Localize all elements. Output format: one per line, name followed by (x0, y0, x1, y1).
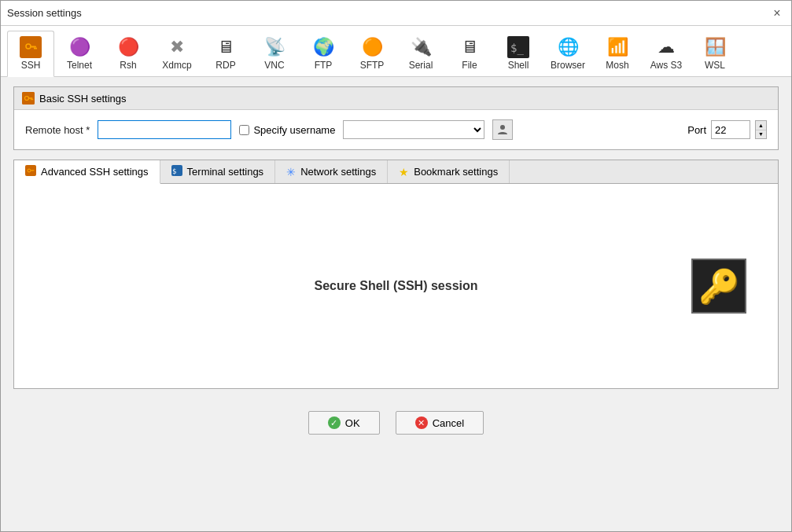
rdp-tab-label: RDP (215, 60, 235, 71)
browser-tab-icon: 🌐 (555, 35, 580, 60)
dialog-title: Session settings (7, 7, 82, 19)
ssh-tab-icon (18, 35, 43, 60)
cancel-label: Cancel (433, 417, 464, 429)
serial-tab-icon: 🔌 (408, 35, 433, 60)
sub-tab-terminal[interactable]: $ Terminal settings (160, 160, 276, 183)
svg-rect-3 (34, 48, 35, 50)
sub-tab-network[interactable]: ✳ Network settings (275, 160, 388, 183)
port-spinners: ▲ ▼ (755, 120, 767, 139)
sub-tab-bookmark[interactable]: ★ Bookmark settings (388, 160, 510, 183)
xdmcp-tab-label: Xdmcp (162, 60, 191, 71)
sub-tabs-section: Advanced SSH settings $ Terminal setting… (13, 160, 779, 389)
sftp-tab-icon: 🟠 (359, 35, 385, 60)
remote-host-input[interactable] (98, 120, 231, 139)
tab-awss3[interactable]: ☁ Aws S3 (643, 31, 690, 76)
tab-file[interactable]: 🖥 File (446, 31, 493, 76)
sftp-tab-label: SFTP (360, 60, 385, 71)
file-tab-label: File (462, 60, 477, 71)
advanced-ssh-tab-label: Advanced SSH settings (41, 166, 149, 178)
title-bar: Session settings × (1, 1, 791, 26)
wsl-tab-icon: 🪟 (702, 35, 728, 60)
cancel-icon: ✕ (415, 416, 428, 429)
section-header-icon (22, 92, 35, 105)
wsl-tab-label: WSL (705, 60, 725, 71)
ssh-tab-label: SSH (21, 60, 41, 71)
ftp-tab-icon: 🌍 (311, 35, 336, 60)
tab-shell[interactable]: $_ Shell (495, 31, 542, 76)
username-dropdown[interactable] (343, 120, 484, 139)
port-row: Port 22 ▲ ▼ (687, 120, 767, 139)
tab-wsl[interactable]: 🪟 WSL (691, 31, 739, 76)
telnet-tab-icon: 🟣 (67, 35, 92, 60)
sub-tabs-bar: Advanced SSH settings $ Terminal setting… (14, 160, 778, 184)
mosh-tab-icon: 📶 (605, 35, 630, 60)
port-down-button[interactable]: ▼ (756, 130, 766, 139)
browser-tab-label: Browser (551, 60, 585, 71)
awss3-tab-icon: ☁ (654, 35, 679, 60)
remote-host-label: Remote host * (25, 124, 90, 136)
tab-browser[interactable]: 🌐 Browser (543, 31, 592, 76)
ftp-tab-label: FTP (315, 60, 333, 71)
ok-button[interactable]: ✓ OK (308, 411, 380, 435)
shell-tab-label: Shell (508, 60, 529, 71)
telnet-tab-label: Telnet (67, 60, 92, 71)
sub-tab-content: Secure Shell (SSH) session 🔑 (14, 184, 778, 388)
port-input[interactable]: 22 (711, 120, 750, 139)
port-up-button[interactable]: ▲ (756, 121, 766, 130)
bookmark-tab-icon: ★ (399, 166, 409, 178)
tab-vnc[interactable]: 📡 VNC (251, 31, 298, 76)
tab-ssh[interactable]: SSH (7, 31, 54, 77)
vnc-tab-label: VNC (264, 60, 284, 71)
svg-rect-9 (29, 97, 33, 99)
session-settings-dialog: Session settings × SSH 🟣 (0, 0, 792, 532)
tab-telnet[interactable]: 🟣 Telnet (56, 31, 103, 76)
svg-rect-2 (31, 46, 36, 48)
svg-rect-15 (31, 170, 35, 171)
svg-point-12 (500, 125, 505, 130)
footer-buttons: ✓ OK ✕ Cancel (1, 398, 791, 447)
rsh-tab-label: Rsh (120, 60, 136, 71)
advanced-ssh-tab-icon (25, 165, 36, 178)
shell-tab-icon: $_ (506, 35, 531, 60)
tab-sftp[interactable]: 🟠 SFTP (348, 31, 396, 76)
key-icon: 🔑 (698, 267, 739, 306)
xdmcp-tab-icon: ✖ (164, 35, 190, 60)
tab-mosh[interactable]: 📶 Mosh (594, 31, 641, 76)
basic-settings-section: Basic SSH settings Remote host * Specify… (13, 86, 779, 150)
terminal-tab-label: Terminal settings (187, 166, 264, 178)
close-button[interactable]: × (769, 6, 785, 21)
svg-rect-11 (32, 99, 34, 101)
protocol-tabs-bar: SSH 🟣 Telnet 🔴 Rsh ✖ Xdmcp 🖥 RDP (1, 26, 791, 77)
tab-rdp[interactable]: 🖥 RDP (202, 31, 249, 76)
tab-ftp[interactable]: 🌍 FTP (300, 31, 347, 76)
sub-tab-advanced-ssh[interactable]: Advanced SSH settings (14, 160, 160, 184)
basic-settings-title: Basic SSH settings (39, 93, 127, 105)
vnc-tab-icon: 📡 (262, 35, 287, 60)
ssh-session-description: Secure Shell (SSH) session (314, 279, 477, 293)
svg-rect-4 (35, 48, 37, 50)
mosh-tab-label: Mosh (606, 60, 628, 71)
svg-text:$_: $_ (510, 42, 524, 55)
rdp-tab-icon: 🖥 (213, 35, 238, 60)
file-tab-icon: 🖥 (457, 35, 482, 60)
key-icon-box: 🔑 (691, 259, 746, 314)
tab-xdmcp[interactable]: ✖ Xdmcp (153, 31, 201, 76)
specify-username-label: Specify username (239, 124, 335, 136)
main-content: Basic SSH settings Remote host * Specify… (1, 77, 791, 398)
cancel-button[interactable]: ✕ Cancel (396, 411, 484, 435)
basic-settings-form: Remote host * Specify username Port (14, 110, 778, 149)
ok-label: OK (345, 417, 360, 429)
network-tab-label: Network settings (300, 166, 376, 178)
svg-rect-10 (31, 99, 32, 101)
awss3-tab-label: Aws S3 (650, 60, 682, 71)
tab-rsh[interactable]: 🔴 Rsh (105, 31, 152, 76)
tab-serial[interactable]: 🔌 Serial (397, 31, 444, 76)
user-icon-button[interactable] (492, 119, 513, 140)
basic-settings-header: Basic SSH settings (14, 87, 778, 110)
port-label: Port (687, 124, 706, 136)
rsh-tab-icon: 🔴 (116, 35, 141, 60)
specify-username-checkbox[interactable] (239, 125, 249, 135)
network-tab-icon: ✳ (286, 166, 296, 178)
ok-icon: ✓ (328, 416, 341, 429)
terminal-tab-icon: $ (171, 165, 182, 178)
